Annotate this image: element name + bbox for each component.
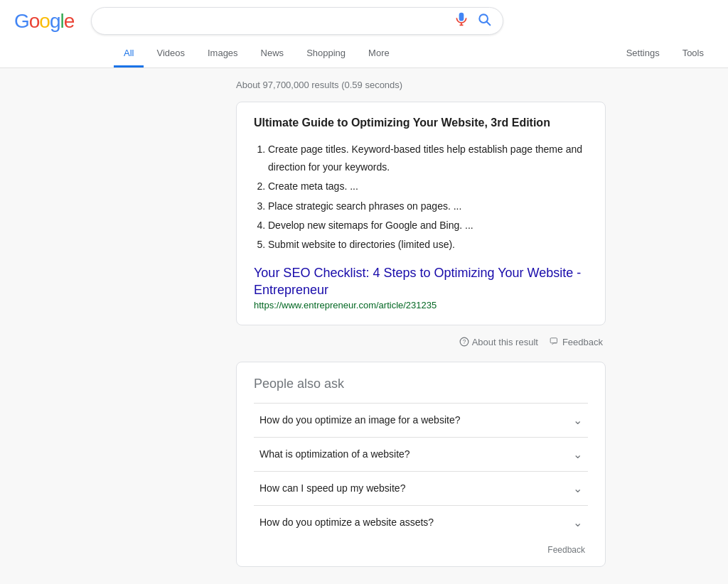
search-icon[interactable] [477,12,491,30]
snippet-result-link[interactable]: Your SEO Checklist: 4 Steps to Optimizin… [254,265,588,298]
list-item: Create meta tags. ... [268,178,588,195]
paa-chevron-1: ⌄ [573,413,582,427]
svg-text:?: ? [462,339,466,345]
tab-images[interactable]: Images [198,40,248,67]
paa-item-3[interactable]: How can I speed up my website? ⌄ [254,471,588,505]
search-input[interactable]: how to optimize a website [103,15,454,28]
results-count: About 97,700,000 results (0.59 seconds) [236,80,606,90]
search-icons [454,12,491,30]
people-also-ask-box: People also ask How do you optimize an i… [236,362,606,567]
featured-snippet: Ultimate Guide to Optimizing Your Websit… [236,102,606,325]
snippet-list: Create page titles. Keyword-based titles… [254,141,588,254]
microphone-icon[interactable] [454,12,469,30]
google-logo[interactable]: Google [14,10,74,33]
header: Google how to optimize a website [0,0,728,68]
snippet-result-url: https://www.entrepreneur.com/article/231… [254,300,588,310]
about-feedback-row: ? About this result Feedback [236,331,606,353]
second-search-result: https://www.wordtracker.com/academy/seo/… [236,571,606,584]
paa-question-3: How can I speed up my website? [259,482,405,494]
about-label: About this result [472,337,538,347]
logo-letter-g2: g [50,10,60,33]
search-bar: how to optimize a website [91,7,503,35]
paa-item-1[interactable]: How do you optimize an image for a websi… [254,403,588,437]
paa-question-1: How do you optimize an image for a websi… [259,414,460,426]
logo-letter-o1: o [29,10,40,33]
svg-line-1 [487,22,491,26]
list-item: Submit website to directories (limited u… [268,236,588,254]
logo-letter-g: G [14,10,29,33]
logo-letter-e: e [64,10,75,33]
main-content: About 97,700,000 results (0.59 seconds) … [122,68,606,584]
svg-rect-4 [550,338,557,343]
feedback-label: Feedback [562,337,603,347]
tab-tools[interactable]: Tools [673,40,714,67]
header-top: Google how to optimize a website [14,7,714,35]
paa-chevron-2: ⌄ [573,448,582,461]
tab-news[interactable]: News [251,40,294,67]
tab-all[interactable]: All [114,40,144,67]
nav-tabs: All Videos Images News Shopping More Set… [14,40,714,67]
paa-feedback-button[interactable]: Feedback [254,539,588,558]
paa-item-4[interactable]: How do you optimize a website assets? ⌄ [254,505,588,539]
tab-settings[interactable]: Settings [616,40,670,67]
list-item: Develop new sitemaps for Google and Bing… [268,217,588,234]
list-item: Create page titles. Keyword-based titles… [268,141,588,176]
paa-chevron-4: ⌄ [573,516,582,529]
paa-question-4: How do you optimize a website assets? [259,517,434,528]
paa-title: People also ask [254,377,588,391]
paa-chevron-3: ⌄ [573,482,582,495]
tab-more[interactable]: More [358,40,400,67]
tab-videos[interactable]: Videos [146,40,195,67]
logo-letter-o2: o [39,10,50,33]
list-item: Place strategic search phrases on pages.… [268,198,588,215]
paa-item-2[interactable]: What is optimization of a website? ⌄ [254,437,588,471]
feedback-button[interactable]: Feedback [550,337,603,347]
about-this-result-button[interactable]: ? About this result [459,337,538,347]
paa-question-2: What is optimization of a website? [259,448,410,460]
tab-shopping[interactable]: Shopping [296,40,355,67]
snippet-title: Ultimate Guide to Optimizing Your Websit… [254,117,588,129]
